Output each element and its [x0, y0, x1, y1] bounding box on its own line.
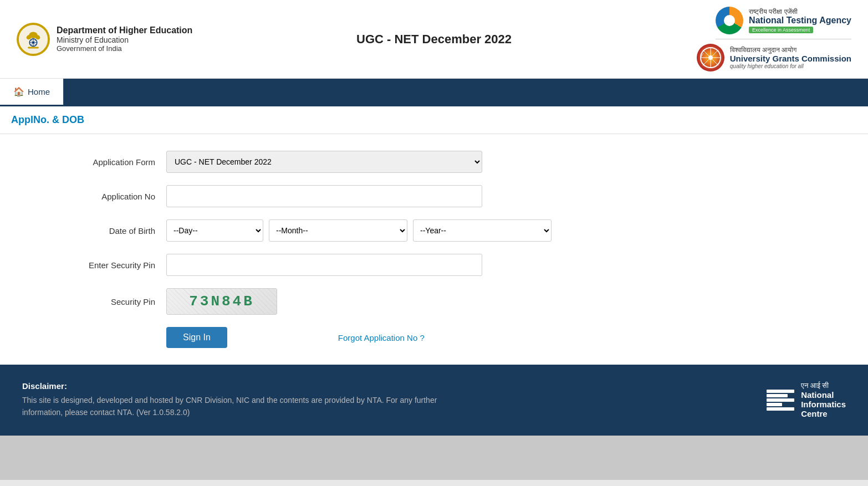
security-pin-input[interactable] — [166, 254, 482, 276]
nic-bar-3 — [767, 398, 794, 402]
gray-area — [0, 436, 868, 480]
enter-pin-label: Enter Security Pin — [44, 260, 166, 270]
nta-hindi: राष्ट्रीय परीक्षा एजेंसी — [749, 8, 851, 16]
nic-bar-4 — [767, 403, 782, 406]
ugc-name: University Grants Commission — [730, 54, 851, 63]
app-no-row: Application No — [0, 185, 868, 207]
dob-label: Date of Birth — [44, 226, 166, 236]
nic-text: एन आई सी National Informatics Centre — [801, 381, 846, 418]
form-container: Application Form UGC - NET December 2022… — [0, 134, 868, 365]
ugc-logo — [697, 44, 724, 71]
nic-bar-2 — [767, 394, 788, 397]
header-left: Department of Higher Education Ministry … — [17, 23, 192, 56]
captcha-row: Security Pin 73N84B — [0, 288, 868, 315]
nta-name: National Testing Agency — [749, 16, 851, 25]
dob-day-select[interactable]: --Day-- 12345 678910 1112131415 16171819… — [166, 219, 263, 242]
captcha-image: 73N84B — [166, 288, 277, 315]
nta-badge: Excellence in Assessment — [749, 27, 813, 33]
disclaimer-body: This site is designed, developed and hos… — [22, 394, 466, 419]
nav-home-label: Home — [28, 87, 50, 96]
ugc-block: विश्वविद्यालय अनुदान आयोग University Gra… — [697, 44, 851, 71]
app-no-label: Application No — [44, 192, 166, 201]
app-form-label: Application Form — [44, 157, 166, 167]
dob-month-select[interactable]: --Month-- JanuaryFebruaryMarchApril MayJ… — [269, 219, 407, 242]
forgot-link[interactable]: Forgot Application No ? — [338, 333, 425, 342]
ugc-text: विश्वविद्यालय अनुदान आयोग University Gra… — [730, 46, 851, 69]
dob-selects: --Day-- 12345 678910 1112131415 16171819… — [166, 219, 552, 242]
captcha-text: 73N84B — [189, 293, 254, 310]
ministry-name: Ministry of Education — [57, 35, 192, 44]
nta-block: राष्ट्रीय परीक्षा एजेंसी National Testin… — [716, 7, 851, 39]
nic-logo: एन आई सी National Informatics Centre — [767, 381, 846, 418]
footer-text: Disclaimer: This site is designed, devel… — [22, 381, 466, 419]
india-emblem — [17, 23, 50, 56]
nic-name: National Informatics Centre — [801, 390, 846, 418]
ugc-tagline: quality higher education for all — [730, 63, 851, 69]
nav-home[interactable]: 🏠 Home — [0, 79, 64, 106]
signin-button[interactable]: Sign In — [166, 327, 227, 348]
header-org-info: Department of Higher Education Ministry … — [57, 25, 192, 53]
action-row: Sign In Forgot Application No ? — [0, 327, 868, 348]
ugc-hindi: विश्वविद्यालय अनुदान आयोग — [730, 46, 851, 54]
dept-name: Department of Higher Education — [57, 25, 192, 35]
app-no-input[interactable] — [166, 185, 482, 207]
header-right: राष्ट्रीय परीक्षा एजेंसी National Testin… — [697, 7, 851, 71]
navbar: 🏠 Home — [0, 79, 868, 106]
nta-text: राष्ट्रीय परीक्षा एजेंसी National Testin… — [749, 8, 851, 33]
app-form-select[interactable]: UGC - NET December 2022 — [166, 151, 482, 173]
disclaimer-label: Disclaimer: — [22, 381, 466, 391]
section-title: ApplNo. & DOB — [0, 106, 868, 134]
nic-hindi: एन आई सी — [801, 381, 846, 390]
nic-bar-1 — [767, 390, 794, 393]
nta-logo — [716, 7, 743, 34]
nic-bar-5 — [767, 407, 794, 411]
nic-icon — [767, 390, 794, 411]
security-pin-label: Security Pin — [44, 297, 166, 306]
app-form-row: Application Form UGC - NET December 2022 — [0, 151, 868, 173]
govt-name: Government of India — [57, 44, 192, 53]
svg-rect-10 — [28, 47, 38, 48]
home-icon: 🏠 — [13, 86, 24, 97]
dob-row: Date of Birth --Day-- 12345 678910 11121… — [0, 219, 868, 242]
page-title: UGC - NET December 2022 — [356, 32, 512, 47]
dob-year-select[interactable]: --Year-- 1950196019701975 19801985199019… — [413, 219, 552, 242]
header: Department of Higher Education Ministry … — [0, 0, 868, 79]
footer: Disclaimer: This site is designed, devel… — [0, 365, 868, 436]
enter-pin-row: Enter Security Pin — [0, 254, 868, 276]
